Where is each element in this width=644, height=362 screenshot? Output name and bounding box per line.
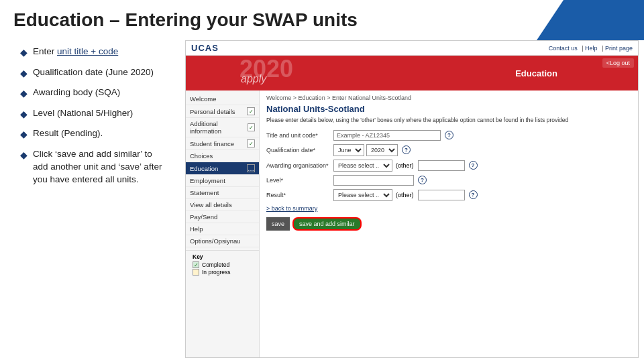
- awarding-help-icon[interactable]: ?: [469, 161, 478, 170]
- form-row-awarding: Awarding organisation* Please select .. …: [266, 160, 631, 172]
- key-title: Key: [193, 253, 252, 260]
- back-to-summary-link[interactable]: > back to summary: [266, 205, 631, 212]
- nav-statement[interactable]: Statement: [186, 187, 259, 199]
- nav-help[interactable]: Help: [186, 223, 259, 235]
- nav-education[interactable]: Education …: [186, 162, 259, 175]
- awarding-org-select[interactable]: Please select ..: [333, 160, 392, 172]
- ucas-logout[interactable]: <Log out: [602, 58, 634, 68]
- key-section: Key ✓ Completed In progress: [186, 250, 259, 279]
- nav-employment[interactable]: Employment: [186, 175, 259, 187]
- form-note: Please enter details below, using the 'o…: [266, 117, 631, 125]
- left-panel: ◆ Enter unit title + code ◆ Qualificatio…: [0, 36, 181, 362]
- ucas-banner: 2020 apply Education <Log out: [186, 56, 638, 90]
- form-row-qual-date: Qualification date* June 2020 ?: [266, 144, 631, 156]
- unit-link[interactable]: unit title + code: [57, 46, 118, 56]
- bullet-diamond-5: ◆: [20, 128, 28, 141]
- nav-personal-details[interactable]: Personal details ✓: [186, 105, 259, 118]
- form-row-level: Level* ?: [266, 175, 631, 186]
- bullet-text-3: Awarding body (SQA): [33, 86, 120, 99]
- bullet-text-1: Enter unit title + code: [33, 46, 118, 58]
- contact-us-link[interactable]: Contact us: [549, 45, 578, 52]
- nav-choices[interactable]: Choices: [186, 150, 259, 162]
- bullet-text-4: Level (National 5/Higher): [33, 107, 133, 120]
- breadcrumb: Welcome > Education > Enter National Uni…: [266, 95, 631, 101]
- title-unit-code-input[interactable]: [333, 130, 441, 141]
- bullet-item-3: ◆ Awarding body (SQA): [20, 86, 168, 101]
- level-input[interactable]: [333, 175, 414, 186]
- key-completed: ✓ Completed: [193, 261, 252, 268]
- awarding-org-other-input[interactable]: [418, 160, 465, 171]
- form-row-title: Title and unit code* ?: [266, 130, 631, 141]
- personal-details-check: ✓: [247, 107, 255, 115]
- key-in-progress: In progress: [193, 269, 252, 276]
- nav-view-all[interactable]: View all details: [186, 199, 259, 211]
- ucas-apply: apply: [241, 73, 266, 85]
- bullet-item-6: ◆ Click ‘save and add similar’ to add an…: [20, 148, 168, 186]
- form-field-qual-date: June 2020 ?: [333, 144, 411, 156]
- bullet-diamond-4: ◆: [20, 108, 28, 121]
- bullet-item-1: ◆ Enter unit title + code: [20, 46, 168, 60]
- ucas-section-title: Education: [515, 68, 557, 78]
- additional-info-check: ✓: [248, 123, 255, 131]
- nav-welcome[interactable]: Welcome: [186, 93, 259, 105]
- form-field-title: ?: [333, 130, 453, 141]
- form-actions: save save and add similar: [266, 217, 631, 231]
- key-progress-box: [193, 269, 199, 276]
- save-add-similar-button[interactable]: save and add similar: [292, 217, 362, 231]
- qual-month-select[interactable]: June: [333, 144, 364, 156]
- form-field-awarding: Please select .. (other) ?: [333, 160, 478, 172]
- bullet-diamond-2: ◆: [20, 67, 28, 80]
- ucas-nav: Welcome Personal details ✓ Additional in…: [186, 90, 260, 357]
- bullet-text-5: Result (Pending).: [33, 127, 103, 140]
- ucas-form: Welcome > Education > Enter National Uni…: [260, 90, 638, 357]
- nav-options[interactable]: Options/Opsiynau: [186, 235, 259, 247]
- key-completed-box: ✓: [193, 261, 199, 268]
- ucas-body: Welcome Personal details ✓ Additional in…: [186, 90, 638, 357]
- bullet-item-2: ◆ Qualification date (June 2020): [20, 66, 168, 80]
- ucas-top-links: Contact us | Help | Print page: [549, 45, 633, 52]
- bullet-text-6: Click ‘save and add similar’ to add anot…: [33, 148, 168, 186]
- ucas-logo: UCAS: [191, 43, 219, 53]
- nav-pay-send[interactable]: Pay/Send: [186, 211, 259, 223]
- student-finance-check: ✓: [247, 139, 255, 147]
- form-label-level: Level*: [266, 177, 333, 184]
- bullet-item-5: ◆ Result (Pending).: [20, 127, 168, 141]
- nav-student-finance[interactable]: Student finance ✓: [186, 137, 259, 150]
- form-row-result: Result* Please select .. (other) ?: [266, 189, 631, 201]
- bullet-diamond-1: ◆: [20, 46, 28, 60]
- bullet-item-4: ◆ Level (National 5/Higher): [20, 107, 168, 121]
- page-title: Education – Entering your SWAP units: [13, 9, 358, 31]
- nav-additional-info[interactable]: Additional information ✓: [186, 118, 259, 137]
- form-label-qual-date: Qualification date*: [266, 147, 333, 154]
- ucas-window: UCAS Contact us | Help | Print page 2020…: [185, 40, 639, 358]
- title-help-icon[interactable]: ?: [445, 131, 453, 139]
- bullet-text-2: Qualification date (June 2020): [33, 66, 154, 79]
- form-field-level: ?: [333, 175, 427, 186]
- form-label-result: Result*: [266, 192, 333, 198]
- result-help-icon[interactable]: ?: [469, 190, 478, 199]
- result-other-input[interactable]: [418, 190, 465, 200]
- print-link[interactable]: Print page: [605, 45, 633, 52]
- bullet-diamond-6: ◆: [20, 149, 28, 162]
- result-select[interactable]: Please select ..: [333, 189, 392, 201]
- form-title: National Units-Scotland: [266, 104, 631, 114]
- qual-year-select[interactable]: 2020: [366, 144, 398, 156]
- form-field-result: Please select .. (other) ?: [333, 189, 478, 201]
- bullet-diamond-3: ◆: [20, 87, 28, 101]
- qual-date-help-icon[interactable]: ?: [402, 145, 411, 154]
- right-panel: UCAS Contact us | Help | Print page 2020…: [181, 36, 644, 362]
- ucas-header: UCAS Contact us | Help | Print page: [186, 41, 638, 56]
- help-link[interactable]: Help: [585, 45, 598, 52]
- education-check: …: [247, 164, 255, 172]
- form-label-title: Title and unit code*: [266, 132, 333, 139]
- form-label-awarding: Awarding organisation*: [266, 162, 333, 169]
- level-help-icon[interactable]: ?: [418, 176, 427, 184]
- save-button[interactable]: save: [266, 217, 290, 231]
